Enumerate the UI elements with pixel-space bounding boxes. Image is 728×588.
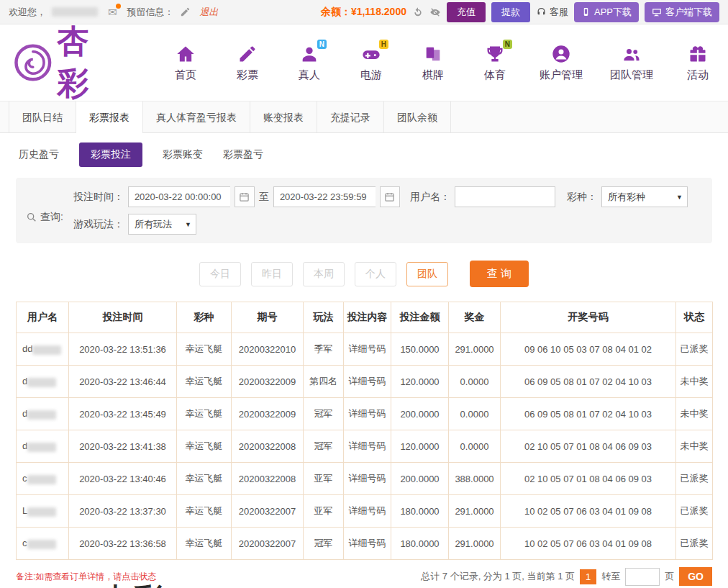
status-badge[interactable]: 未中奖 — [676, 430, 713, 463]
detail-numbers-link[interactable]: 详细号码 — [344, 495, 391, 528]
subtab-lottery-account-change[interactable]: 彩票账变 — [163, 143, 203, 167]
badge-n: N — [317, 40, 327, 49]
status-badge[interactable]: 已派奖 — [676, 463, 713, 495]
logout-link[interactable]: 退出 — [200, 6, 219, 19]
username-blurred — [27, 540, 56, 549]
detail-numbers-link[interactable]: 详细号码 — [344, 528, 391, 560]
subtab-lottery-bets[interactable]: 彩票投注 — [79, 143, 142, 167]
lottery-type-label: 彩种： — [567, 191, 597, 204]
username-label: 用户名： — [410, 191, 450, 204]
bets-table: 用户名 投注时间 彩种 期号 玩法 投注内容 投注金额 奖金 开奖号码 状态 d… — [16, 302, 713, 560]
tab-team-balance[interactable]: 团队余额 — [384, 101, 451, 132]
cell-draw-numbers: 10 02 05 07 06 03 04 01 09 08 — [501, 495, 676, 528]
detail-numbers-link[interactable]: 详细号码 — [344, 398, 391, 430]
nav-item-live[interactable]: N 真人 — [292, 44, 327, 82]
cell-play: 第四名 — [304, 366, 344, 398]
tab-lottery-report[interactable]: 彩票报表 — [76, 101, 143, 133]
detail-numbers-link[interactable]: 详细号码 — [344, 463, 391, 495]
detail-numbers-link[interactable]: 详细号码 — [344, 366, 391, 398]
goto-page-input[interactable] — [625, 568, 660, 586]
recharge-button[interactable]: 充值 — [447, 2, 486, 22]
cell-bet-amount: 180.0000 — [391, 528, 449, 560]
today-button[interactable]: 今日 — [199, 262, 241, 286]
status-badge[interactable]: 已派奖 — [676, 495, 713, 528]
cell-play: 冠军 — [304, 430, 344, 463]
cell-draw-numbers: 06 09 05 08 01 07 02 04 10 03 — [501, 398, 676, 430]
customer-service-button[interactable]: 客服 — [536, 6, 568, 19]
go-button[interactable]: GO — [679, 567, 712, 586]
username-blurred — [27, 475, 56, 484]
nav-item-lottery[interactable]: 彩票 — [230, 44, 265, 82]
time-to-input[interactable] — [273, 186, 376, 207]
team-button[interactable]: 团队 — [406, 262, 448, 286]
detail-numbers-link[interactable]: 详细号码 — [344, 333, 391, 366]
main-nav: 首页 彩票 N 真人 H 电游 棋牌 — [168, 44, 715, 82]
status-badge[interactable]: 已派奖 — [676, 333, 713, 366]
pagination-summary: 总计 7 个记录, 分为 1 页, 当前第 1 页 — [421, 570, 575, 583]
table-header-row: 用户名 投注时间 彩种 期号 玩法 投注内容 投注金额 奖金 开奖号码 状态 — [17, 302, 713, 333]
nav-item-cards[interactable]: 棋牌 — [416, 44, 450, 82]
sports-trophy-icon: N — [485, 44, 505, 64]
col-bet-content: 投注内容 — [344, 302, 391, 333]
status-badge[interactable]: 未中奖 — [676, 366, 713, 398]
cell-bet-time: 2020-03-22 13:41:38 — [69, 430, 177, 463]
col-prize: 奖金 — [449, 302, 501, 333]
nav-item-egame[interactable]: H 电游 — [354, 44, 388, 82]
table-row: c 2020-03-22 13:40:46 幸运飞艇 20200322008 亚… — [17, 463, 713, 495]
lottery-icon — [237, 44, 258, 64]
mail-notification-dot — [116, 4, 121, 9]
status-badge[interactable]: 已派奖 — [676, 528, 713, 560]
calendar-to-button[interactable] — [380, 186, 400, 207]
eye-hidden-icon[interactable] — [429, 6, 441, 18]
cards-icon — [423, 44, 443, 64]
live-person-icon: N — [299, 44, 319, 64]
balance-text: 余额：¥1,118.2000 — [321, 6, 406, 19]
mail-icon[interactable]: ✉ — [108, 6, 117, 19]
col-play: 玩法 — [304, 302, 344, 333]
nav-item-sports[interactable]: N 体育 — [478, 44, 512, 82]
status-badge[interactable]: 未中奖 — [676, 398, 713, 430]
subtab-lottery-pl[interactable]: 彩票盈亏 — [223, 143, 263, 167]
table-row: dd 2020-03-22 13:51:36 幸运飞艇 20200322010 … — [17, 333, 713, 366]
refresh-icon[interactable] — [412, 6, 424, 18]
lottery-type-select[interactable]: 所有彩种 ▼ — [601, 186, 688, 207]
subtab-history-pl[interactable]: 历史盈亏 — [19, 143, 59, 167]
username-input[interactable] — [455, 186, 555, 207]
withdraw-button[interactable]: 提款 — [491, 2, 530, 22]
app-download-button[interactable]: APP下载 — [574, 2, 639, 22]
tab-account-change-report[interactable]: 账变报表 — [250, 101, 317, 132]
cell-lottery: 幸运飞艇 — [177, 528, 232, 560]
table-row: d 2020-03-22 13:41:38 幸运飞艇 20200322008 冠… — [17, 430, 713, 463]
chevron-down-icon: ▼ — [676, 194, 683, 201]
search-button[interactable]: 查 询 — [470, 261, 529, 287]
personal-button[interactable]: 个人 — [355, 262, 396, 286]
tab-live-sports-report[interactable]: 真人体育盈亏报表 — [143, 101, 250, 132]
edit-icon[interactable] — [180, 6, 191, 18]
chevron-down-icon: ▼ — [185, 221, 191, 228]
cell-username: d — [17, 366, 69, 398]
detail-numbers-link[interactable]: 详细号码 — [344, 430, 391, 463]
cell-issue: 20200322008 — [232, 463, 304, 495]
username-blurred — [27, 410, 56, 420]
site-logo[interactable]: 杏彩 — [13, 20, 117, 105]
tab-deposit-withdraw-record[interactable]: 充提记录 — [317, 101, 384, 132]
calendar-from-button[interactable] — [235, 186, 255, 207]
cell-lottery: 幸运飞艇 — [177, 333, 232, 366]
nav-item-activity[interactable]: 活动 — [681, 44, 715, 82]
sub-tabs: 历史盈亏 彩票投注 彩票账变 彩票盈亏 — [0, 133, 728, 176]
this-week-button[interactable]: 本周 — [303, 262, 345, 286]
cell-username: d — [17, 430, 69, 463]
play-type-select[interactable]: 所有玩法 ▼ — [128, 214, 196, 235]
client-download-button[interactable]: 客户端下载 — [645, 2, 719, 22]
yesterday-button[interactable]: 昨日 — [251, 262, 293, 286]
cell-issue: 20200322010 — [232, 333, 304, 366]
cell-username: d — [17, 398, 69, 430]
nav-item-home[interactable]: 首页 — [168, 44, 203, 82]
table-row: L 2020-03-22 13:37:30 幸运飞艇 20200322007 亚… — [17, 495, 713, 528]
time-from-input[interactable] — [128, 186, 230, 207]
nav-item-team[interactable]: 团队管理 — [610, 44, 653, 82]
cell-username: L — [17, 495, 69, 528]
current-page-badge[interactable]: 1 — [580, 569, 596, 584]
nav-item-account[interactable]: 账户管理 — [540, 44, 583, 82]
tab-team-daily[interactable]: 团队日结 — [9, 101, 76, 132]
